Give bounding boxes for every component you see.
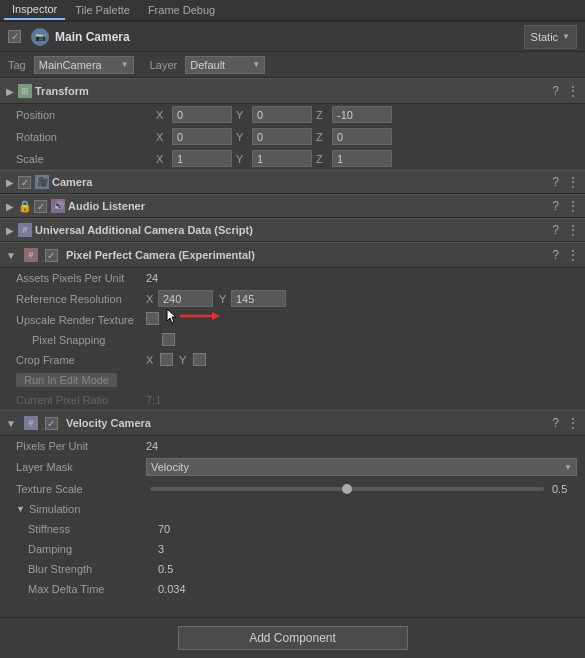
crop-y-checkbox[interactable] [193, 353, 206, 366]
upscale-arrow-indicator [166, 308, 220, 324]
tab-inspector[interactable]: Inspector [4, 0, 65, 20]
camera-enabled-checkbox[interactable] [18, 176, 31, 189]
scale-y-input[interactable] [252, 150, 312, 167]
tab-frame-debug[interactable]: Frame Debug [140, 0, 223, 20]
velocity-settings-icon[interactable]: ⋮ [567, 416, 579, 430]
tag-dropdown-arrow-icon: ▼ [121, 60, 129, 69]
audio-help-icon[interactable]: ? [552, 199, 559, 213]
rot-y-input[interactable] [252, 128, 312, 145]
texture-scale-label: Texture Scale [16, 483, 146, 495]
rotation-label: Rotation [16, 131, 156, 143]
universal-collapse-icon[interactable]: ▶ [6, 225, 14, 236]
object-row: 📷 Main Camera Static ▼ [0, 22, 585, 52]
ref-y-input[interactable] [231, 290, 286, 307]
pixel-snapping-label: Pixel Snapping [32, 334, 162, 346]
texture-scale-thumb[interactable] [342, 484, 352, 494]
audio-enabled-checkbox[interactable] [34, 200, 47, 213]
transform-header: ▶ ⊞ Transform ? ⋮ [0, 78, 585, 104]
layer-value: Default [190, 59, 225, 71]
rot-x-input[interactable] [172, 128, 232, 145]
svg-marker-0 [167, 309, 176, 323]
damping-row: Damping 3 [0, 539, 585, 559]
static-button[interactable]: Static ▼ [524, 25, 577, 49]
scale-xyz: X Y Z [156, 150, 577, 167]
velocity-title: Velocity Camera [66, 417, 548, 429]
audio-title: Audio Listener [68, 200, 552, 212]
scale-z-input[interactable] [332, 150, 392, 167]
current-ratio-label: Current Pixel Ratio [16, 394, 146, 406]
audio-collapse-icon[interactable]: ▶ [6, 201, 14, 212]
tab-tile-palette[interactable]: Tile Palette [67, 0, 138, 20]
transform-collapse-icon[interactable]: ▶ [6, 86, 14, 97]
audio-icon: 🔊 [51, 199, 65, 213]
damping-value: 3 [158, 543, 164, 555]
damping-label: Damping [28, 543, 158, 555]
camera-collapse-icon[interactable]: ▶ [6, 177, 14, 188]
velocity-camera-header: ▼ # Velocity Camera ? ⋮ [0, 410, 585, 436]
pos-z-label: Z [316, 109, 328, 121]
rot-z-label: Z [316, 131, 328, 143]
pos-x-input[interactable] [172, 106, 232, 123]
upscale-row: Upscale Render Texture [0, 310, 585, 330]
max-delta-row: Max Delta Time 0.034 [0, 579, 585, 599]
crop-frame-row: Crop Frame X Y [0, 350, 585, 370]
velocity-icon: # [24, 416, 38, 430]
crop-y-label: Y [179, 354, 191, 366]
tag-value: MainCamera [39, 59, 102, 71]
layer-label: Layer [150, 59, 178, 71]
pixel-settings-icon[interactable]: ⋮ [567, 248, 579, 262]
layer-dropdown[interactable]: Default ▼ [185, 56, 265, 74]
scale-y-label: Y [236, 153, 248, 165]
pixel-enabled-checkbox[interactable] [45, 249, 58, 262]
transform-help-icon[interactable]: ? [552, 84, 559, 98]
scale-x-input[interactable] [172, 150, 232, 167]
pixel-title: Pixel Perfect Camera (Experimental) [66, 249, 548, 261]
assets-pixels-row: Assets Pixels Per Unit 24 [0, 268, 585, 288]
camera-title: Camera [52, 176, 552, 188]
layer-mask-dropdown[interactable]: Velocity ▼ [146, 458, 577, 476]
pixel-help-icon[interactable]: ? [552, 248, 559, 262]
object-icon: 📷 [31, 28, 49, 46]
add-component-button[interactable]: Add Component [178, 626, 408, 650]
tag-layer-row: Tag MainCamera ▼ Layer Default ▼ [0, 52, 585, 78]
rot-z-input[interactable] [332, 128, 392, 145]
pos-y-input[interactable] [252, 106, 312, 123]
upscale-checkbox-area [146, 312, 159, 327]
texture-scale-value: 0.5 [552, 483, 577, 495]
tab-bar: Inspector Tile Palette Frame Debug [0, 0, 585, 22]
svg-marker-2 [212, 312, 220, 320]
object-enabled-checkbox[interactable] [8, 30, 21, 43]
universal-title: Universal Additional Camera Data (Script… [35, 224, 552, 236]
crop-x-label: X [146, 354, 158, 366]
crop-x-checkbox[interactable] [160, 353, 173, 366]
pixel-snapping-checkbox[interactable] [162, 333, 175, 346]
texture-scale-slider[interactable] [150, 487, 544, 491]
run-edit-label: Run In Edit Mode [24, 374, 109, 386]
universal-help-icon[interactable]: ? [552, 223, 559, 237]
upscale-checkbox[interactable] [146, 312, 159, 325]
rot-y-label: Y [236, 131, 248, 143]
transform-settings-icon[interactable]: ⋮ [567, 84, 579, 98]
layer-dropdown-arrow-icon: ▼ [252, 60, 260, 69]
audio-settings-icon[interactable]: ⋮ [567, 199, 579, 213]
velocity-enabled-checkbox[interactable] [45, 417, 58, 430]
max-delta-label: Max Delta Time [28, 583, 158, 595]
camera-help-icon[interactable]: ? [552, 175, 559, 189]
pixel-collapse-icon[interactable]: ▼ [6, 250, 16, 261]
pos-z-input[interactable] [332, 106, 392, 123]
ref-y-axis-label: Y [219, 293, 231, 305]
run-edit-button[interactable]: Run In Edit Mode [16, 373, 117, 387]
velocity-collapse-icon[interactable]: ▼ [6, 418, 16, 429]
ref-x-input[interactable] [158, 290, 213, 307]
transform-icon: ⊞ [18, 84, 32, 98]
tag-dropdown[interactable]: MainCamera ▼ [34, 56, 134, 74]
simulation-expand-icon[interactable]: ▼ [16, 504, 25, 514]
camera-settings-icon[interactable]: ⋮ [567, 175, 579, 189]
ref-resolution-row: Reference Resolution X Y [0, 288, 585, 310]
universal-settings-icon[interactable]: ⋮ [567, 223, 579, 237]
red-arrow-icon [180, 308, 220, 324]
pos-y-label: Y [236, 109, 248, 121]
velocity-help-icon[interactable]: ? [552, 416, 559, 430]
universal-camera-header: ▶ # Universal Additional Camera Data (Sc… [0, 218, 585, 242]
simulation-row: ▼ Simulation [0, 499, 585, 519]
